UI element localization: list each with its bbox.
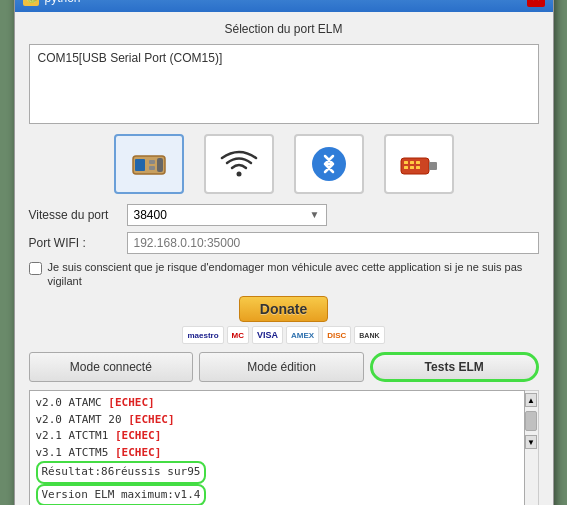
speed-value: 38400 — [134, 208, 167, 222]
warning-label: Je suis conscient que je risque d'endoma… — [48, 260, 539, 289]
mode-connected-button[interactable]: Mode connecté — [29, 352, 194, 382]
svg-rect-9 — [410, 161, 414, 164]
titlebar-left: 🐍 python — [23, 0, 81, 6]
svg-rect-14 — [429, 162, 437, 170]
scrollbar-down-button[interactable]: ▼ — [525, 435, 537, 449]
port-value: COM15[USB Serial Port (COM15)] — [38, 51, 223, 65]
log-text-2: v2.0 ATAMT 20 — [36, 413, 129, 426]
log-error-2: [ECHEC] — [128, 413, 174, 426]
tests-elm-button[interactable]: Tests ELM — [370, 352, 539, 382]
wifi-icon — [219, 144, 259, 184]
svg-rect-2 — [149, 160, 155, 164]
log-highlight-1: Résultat:86réussis sur95 — [36, 461, 207, 484]
close-button[interactable]: ✕ — [527, 0, 545, 7]
log-outer: v2.0 ATAMC [ECHEC] v2.0 ATAMT 20 [ECHEC]… — [29, 390, 539, 505]
usb-icon-card[interactable] — [114, 134, 184, 194]
titlebar: 🐍 python ✕ — [15, 0, 553, 12]
log-error-3: [ECHEC] — [115, 429, 161, 442]
maestro-icon: maestro — [182, 326, 223, 344]
svg-rect-12 — [410, 166, 414, 169]
window-title: python — [45, 0, 81, 5]
log-area: v2.0 ATAMC [ECHEC] v2.0 ATAMT 20 [ECHEC]… — [29, 390, 525, 505]
svg-rect-4 — [157, 158, 163, 172]
action-buttons-row: Mode connecté Mode édition Tests ELM — [29, 352, 539, 382]
log-line-4: v3.1 ATCTM5 [ECHEC] — [36, 445, 518, 462]
bluetooth-icon-card[interactable] — [294, 134, 364, 194]
speed-label: Vitesse du port — [29, 208, 119, 222]
log-line-2: v2.0 ATAMT 20 [ECHEC] — [36, 412, 518, 429]
log-line-1: v2.0 ATAMC [ECHEC] — [36, 395, 518, 412]
dropdown-arrow-icon: ▼ — [310, 209, 320, 220]
wifi-input[interactable] — [127, 232, 539, 254]
obd-cable-icon — [399, 144, 439, 184]
log-line-5: Résultat:86réussis sur95 — [36, 461, 518, 484]
bluetooth-icon — [309, 144, 349, 184]
log-text-1: v2.0 ATAMC — [36, 396, 109, 409]
app-icon: 🐍 — [23, 0, 39, 6]
amex-icon: AMEX — [286, 326, 319, 344]
port-display: COM15[USB Serial Port (COM15)] — [29, 44, 539, 124]
svg-rect-10 — [416, 161, 420, 164]
discover-icon: DISC — [322, 326, 351, 344]
cable-icon-card[interactable] — [384, 134, 454, 194]
log-text-3: v2.1 ATCTM1 — [36, 429, 115, 442]
content-area: Sélection du port ELM COM15[USB Serial P… — [15, 12, 553, 505]
payment-icons-row: maestro MC VISA AMEX DISC BANK — [182, 326, 384, 344]
svg-rect-11 — [404, 166, 408, 169]
log-error-4: [ECHEC] — [115, 446, 161, 459]
mode-edition-button[interactable]: Mode édition — [199, 352, 364, 382]
log-line-3: v2.1 ATCTM1 [ECHEC] — [36, 428, 518, 445]
svg-point-5 — [236, 171, 241, 176]
warning-checkbox-row: Je suis conscient que je risque d'endoma… — [29, 260, 539, 289]
svg-rect-3 — [149, 166, 155, 170]
log-highlight-2: Version ELM maximum:v1.4 — [36, 484, 207, 505]
connection-icons-row — [29, 134, 539, 194]
log-line-6: Version ELM maximum:v1.4 — [36, 484, 518, 505]
visa-icon: VISA — [252, 326, 283, 344]
main-window: 🐍 python ✕ Sélection du port ELM COM15[U… — [14, 0, 554, 505]
section-title: Sélection du port ELM — [29, 22, 539, 36]
mastercard-icon: MC — [227, 326, 249, 344]
log-error-1: [ECHEC] — [108, 396, 154, 409]
svg-rect-8 — [404, 161, 408, 164]
warning-checkbox[interactable] — [29, 262, 42, 275]
speed-dropdown[interactable]: 38400 ▼ — [127, 204, 327, 226]
scrollbar-up-button[interactable]: ▲ — [525, 393, 537, 407]
bank-icon: BANK — [354, 326, 384, 344]
log-scrollbar: ▲ ▼ — [525, 390, 539, 505]
scrollbar-thumb[interactable] — [525, 411, 537, 431]
wifi-icon-card[interactable] — [204, 134, 274, 194]
svg-rect-1 — [135, 159, 145, 171]
donate-section: Donate maestro MC VISA AMEX DISC BANK — [29, 296, 539, 344]
svg-rect-13 — [416, 166, 420, 169]
usb-device-icon — [129, 144, 169, 184]
speed-row: Vitesse du port 38400 ▼ — [29, 204, 539, 226]
donate-button[interactable]: Donate — [239, 296, 328, 322]
wifi-row: Port WIFI : — [29, 232, 539, 254]
log-text-4: v3.1 ATCTM5 — [36, 446, 115, 459]
wifi-label: Port WIFI : — [29, 236, 119, 250]
